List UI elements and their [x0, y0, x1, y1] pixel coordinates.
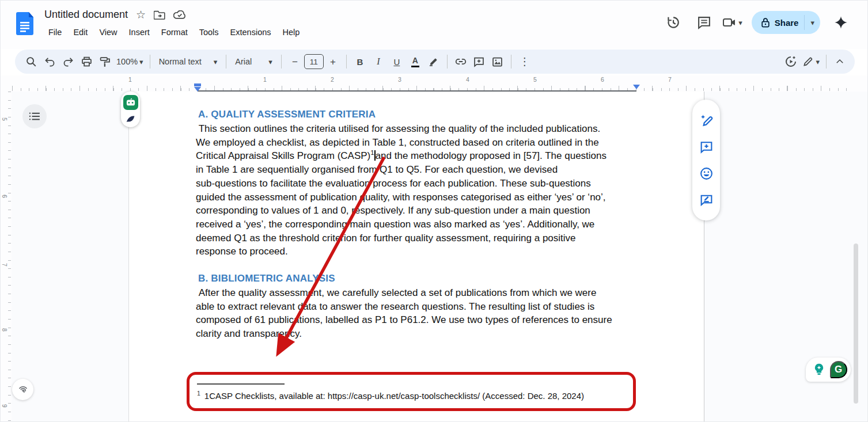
add-comment-button[interactable] — [470, 52, 488, 71]
ruler-label: 2 — [328, 76, 337, 83]
meeting-notes-button[interactable] — [782, 52, 800, 71]
italic-button[interactable]: I — [369, 52, 388, 71]
search-icon — [25, 55, 37, 68]
font-family-select[interactable]: Arial ▾ — [230, 52, 277, 71]
comments-button[interactable] — [691, 10, 717, 35]
zoom-select[interactable]: 100% ▾ — [114, 52, 146, 71]
grammarly-logo-button[interactable]: G — [830, 361, 847, 378]
highlight-color-button[interactable] — [424, 52, 443, 71]
document-title[interactable]: Untitled document — [44, 9, 128, 21]
menu-help[interactable]: Help — [278, 26, 305, 39]
zoom-value: 100% — [116, 57, 138, 66]
toolbar-divider — [511, 55, 511, 69]
text-color-icon: A — [411, 56, 419, 67]
editing-mode-select[interactable]: ▾ — [800, 52, 822, 71]
gemini-button[interactable] — [828, 10, 854, 35]
quill-extension-button[interactable] — [126, 114, 135, 124]
paragraph-text: and the methodology proposed in [57]. Th… — [196, 150, 607, 257]
document-canvas: 5 6 7 8 9 A. QUALITY ASSESSMENT CRITERIA… — [1, 92, 867, 422]
fingerprint-extension-button[interactable] — [12, 379, 33, 400]
paragraph-style-select[interactable]: Normal text ▾ — [154, 52, 222, 71]
toolbar-divider — [226, 55, 226, 69]
bold-button[interactable]: B — [351, 52, 369, 71]
section-a-paragraph[interactable]: This section outlines the criteria utili… — [196, 122, 674, 258]
suggest-edits-button[interactable] — [696, 189, 717, 210]
undo-icon — [44, 56, 56, 68]
add-comment-side-button[interactable] — [696, 136, 717, 157]
section-b-heading[interactable]: B. BIBLIOMETRIC ANALYSIS — [198, 273, 335, 284]
share-label: Share — [775, 18, 799, 28]
underline-button[interactable]: U — [388, 52, 406, 71]
paragraph-style-value: Normal text — [159, 57, 202, 66]
redo-button[interactable] — [59, 52, 77, 71]
document-page[interactable]: A. QUALITY ASSESSMENT CRITERIA This sect… — [128, 92, 704, 422]
paint-format-button[interactable] — [96, 52, 114, 71]
text-color-button[interactable]: A — [406, 52, 424, 71]
ruler-label: 6 — [598, 76, 607, 83]
italic-icon: I — [377, 56, 380, 67]
help-me-write-button[interactable] — [696, 110, 717, 131]
minus-icon: − — [292, 57, 298, 67]
star-icon[interactable]: ☆ — [136, 9, 146, 20]
footnote[interactable]: 11CASP Checklists, available at: https:/… — [197, 390, 584, 401]
font-size-input[interactable]: 11 — [304, 54, 324, 69]
redo-icon — [62, 56, 74, 68]
gemini-sparkle-icon — [833, 15, 848, 30]
insert-link-button[interactable] — [452, 52, 470, 71]
ruler-label: 7 — [665, 76, 674, 83]
grammarly-widget: G — [806, 358, 851, 382]
cloud-saved-icon[interactable] — [173, 10, 186, 20]
menu-format[interactable]: Format — [156, 26, 193, 39]
menu-tools[interactable]: Tools — [194, 26, 224, 39]
footnote-text: 1CASP Checklists, available at: https://… — [204, 391, 584, 401]
comment-icon — [697, 16, 711, 30]
emoji-reaction-button[interactable] — [696, 163, 717, 184]
menu-edit[interactable]: Edit — [68, 26, 93, 39]
insert-image-button[interactable] — [488, 52, 507, 71]
increase-font-size-button[interactable]: + — [324, 52, 342, 71]
menu-view[interactable]: View — [94, 26, 122, 39]
search-menus-button[interactable] — [22, 52, 40, 71]
menu-insert[interactable]: Insert — [124, 26, 155, 39]
ruler-label: 4 — [463, 76, 472, 83]
header-actions: ▾ Share ▾ — [660, 10, 854, 35]
right-indent-marker[interactable] — [633, 85, 640, 89]
title-row: Untitled document ☆ — [44, 9, 186, 21]
undo-button[interactable] — [40, 52, 59, 71]
videocam-icon — [722, 16, 737, 29]
chevron-down-icon: ▾ — [268, 58, 272, 66]
toolbar-right-group: ▾ — [782, 52, 849, 71]
paint-roller-icon — [99, 56, 111, 68]
menu-extensions[interactable]: Extensions — [225, 26, 276, 39]
ruler-label: 6 — [1, 192, 8, 200]
paragraph-text: After the quality assessment, we careful… — [196, 287, 612, 339]
vertical-scrollbar-thumb[interactable] — [854, 244, 858, 404]
docs-logo-icon[interactable] — [16, 12, 33, 36]
chevron-down-icon: ▾ — [139, 58, 143, 66]
share-button[interactable]: Share ▾ — [752, 11, 820, 34]
highlighter-icon — [428, 56, 439, 67]
left-indent-marker[interactable] — [194, 87, 201, 92]
print-button[interactable] — [77, 52, 96, 71]
document-outline-button[interactable] — [22, 104, 47, 128]
pencil-icon — [802, 56, 814, 67]
print-icon — [81, 56, 93, 68]
menu-file[interactable]: File — [43, 26, 67, 39]
decrease-font-size-button[interactable]: − — [286, 52, 304, 71]
hide-menus-button[interactable] — [831, 52, 849, 71]
meet-call-control[interactable]: ▾ — [722, 16, 742, 29]
section-b-paragraph[interactable]: After the quality assessment, we careful… — [196, 286, 674, 341]
chevron-down-icon: ▾ — [214, 58, 218, 66]
lock-icon — [761, 17, 770, 28]
quill-icon — [126, 114, 135, 124]
share-dropdown-icon[interactable]: ▾ — [810, 18, 814, 27]
move-folder-icon[interactable] — [154, 10, 165, 20]
image-icon — [491, 56, 503, 68]
version-history-button[interactable] — [660, 10, 685, 35]
first-line-indent-marker[interactable] — [194, 83, 201, 86]
ai-robot-extension-button[interactable] — [123, 95, 138, 110]
toolbar-divider — [281, 55, 282, 69]
more-options-button[interactable]: ⋮ — [516, 52, 534, 71]
section-a-heading[interactable]: A. QUALITY ASSESSMENT CRITERIA — [198, 109, 376, 120]
grammarly-suggestions-button[interactable] — [810, 360, 828, 379]
